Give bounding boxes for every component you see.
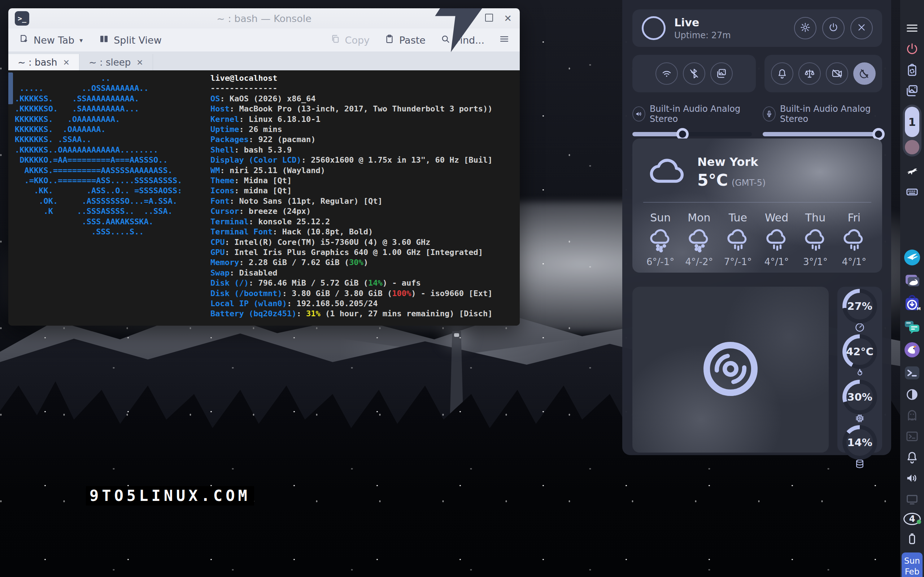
forecast-day: Mon4°/-2° <box>680 209 718 266</box>
rain-cloud-icon <box>802 248 828 255</box>
shutdown-button[interactable] <box>822 17 845 39</box>
tab-bash[interactable]: ~ : bash ✕ <box>8 54 79 71</box>
toggle-photos[interactable] <box>710 62 733 85</box>
clock-line: Sun <box>901 555 922 566</box>
weather-temp: 5°C(GMT-5) <box>697 171 766 189</box>
terminal-view[interactable]: .. ..... ..OSSAAAAAAA.. .KKKKSS. .SSAAAA… <box>8 70 520 326</box>
dock-terminal-outline-button[interactable] <box>903 429 921 443</box>
dock-bell-button[interactable] <box>903 450 921 464</box>
forecast-day-label: Tue <box>719 211 757 224</box>
dock-app-konsole-app[interactable] <box>903 364 921 382</box>
forecast-day: Tue7°/-1° <box>719 209 757 266</box>
split-view-button[interactable]: Split View <box>99 34 162 47</box>
dock-photos-button[interactable] <box>903 84 921 98</box>
system-monitor-card: 27% 42°C 30% 14% <box>837 287 882 453</box>
tab-activity-icon <box>406 8 514 67</box>
forecast-temps: 4°/1° <box>757 256 796 267</box>
forecast-day: Fri4°/1° <box>835 209 874 266</box>
disc-icon <box>695 333 767 406</box>
toggle-bell[interactable] <box>771 62 793 85</box>
gauge-flame: 42°C <box>842 334 877 380</box>
toggle-bluetooth-off[interactable] <box>683 62 705 85</box>
dock-keyboard-button[interactable] <box>903 185 921 199</box>
settings-button[interactable] <box>794 17 816 39</box>
gauge-value: 30% <box>842 380 877 414</box>
snow-cloud-icon <box>648 248 674 255</box>
workspace-other[interactable] <box>905 140 919 154</box>
audio-device-label: Built-in Audio Analog Stereo <box>780 104 882 124</box>
weather-forecast: Sun6°/-1°Mon4°/-2°Tue7°/-1°Wed4°/1°Thu3°… <box>641 209 874 266</box>
paste-icon <box>384 34 395 47</box>
copy-icon <box>330 34 341 47</box>
dock-volume-button[interactable] <box>903 471 921 485</box>
clock[interactable]: SunFeb1520:13 <box>901 553 922 577</box>
gauge-speedometer: 27% <box>842 289 877 334</box>
dock-power-button[interactable] <box>903 42 921 56</box>
toggles-card-2 <box>764 55 882 92</box>
weather-widget[interactable]: New York 5°C(GMT-5) Sun6°/-1°Mon4°/-2°Tu… <box>632 139 882 272</box>
gear-icon <box>800 22 811 34</box>
toggle-wifi[interactable] <box>656 62 678 85</box>
audio-device-label: Built-in Audio Analog Stereo <box>650 104 752 124</box>
new-tab-button[interactable]: New Tab ▾ <box>18 34 82 47</box>
scroll-indicator[interactable] <box>8 73 13 104</box>
volume-slider[interactable] <box>632 132 752 136</box>
gauge-value: 14% <box>842 425 877 460</box>
weather-divider <box>643 202 871 203</box>
audio-device: Built-in Audio Analog Stereo <box>632 104 752 134</box>
dock-contrast-button[interactable] <box>903 387 921 402</box>
forecast-day-label: Wed <box>757 211 796 224</box>
speedometer-icon <box>842 322 877 334</box>
toggles-card-1 <box>632 55 756 92</box>
tab-bar: ~ : bash ✕ ~ : sleep ✕ <box>8 52 520 71</box>
dock-clipboard-button[interactable] <box>903 63 921 77</box>
split-view-icon <box>99 34 109 47</box>
gauge-value: 42°C <box>842 334 877 369</box>
snow-cloud-icon <box>686 248 712 255</box>
weather-timezone: (GMT-5) <box>732 178 766 188</box>
dock-ghost-button[interactable] <box>903 408 921 423</box>
dock-battery-button[interactable] <box>903 532 921 546</box>
rain-cloud-icon <box>725 248 751 255</box>
workspace-current[interactable]: 1 <box>905 107 919 137</box>
ascii-art: .. ..... ..OSSAAAAAAA.. .KKKKSS. .SSAAAA… <box>15 73 182 237</box>
dock-app-kaos-launcher[interactable] <box>903 249 921 266</box>
dock-app-chat[interactable] <box>903 318 921 335</box>
toggle-scale[interactable] <box>798 62 821 85</box>
konsole-icon: >_ <box>15 11 29 26</box>
dock-app-falkon[interactable] <box>903 341 921 358</box>
forecast-day: Wed4°/1° <box>757 209 796 266</box>
dock-app-dolphin[interactable] <box>903 272 921 289</box>
volume-slider[interactable] <box>762 132 882 136</box>
chevron-down-icon[interactable]: ▾ <box>79 36 82 44</box>
desktop: 9TO5LINUX.COM >_ ~ : bash — Konsole − ✕ … <box>0 0 924 577</box>
copy-button[interactable]: Copy <box>330 34 370 47</box>
toggle-video-off[interactable] <box>826 62 848 85</box>
dock-display-button[interactable] <box>903 492 921 506</box>
media-widget[interactable] <box>632 287 829 453</box>
dock-ferret-button[interactable] <box>903 164 921 178</box>
power-icon <box>828 22 839 34</box>
tab-close-icon[interactable]: ✕ <box>63 58 69 67</box>
close-icon <box>856 22 867 34</box>
close-panel-button[interactable] <box>850 17 873 39</box>
weather-city: New York <box>697 155 766 169</box>
forecast-day: Thu3°/1° <box>796 209 835 266</box>
dock: 1M4SunFeb1520:13 <box>900 0 924 577</box>
tab-sleep[interactable]: ~ : sleep ✕ <box>79 54 153 71</box>
watermark: 9TO5LINUX.COM <box>86 486 254 506</box>
avatar <box>642 16 666 40</box>
session-card: Live Uptime: 27m <box>632 10 882 47</box>
forecast-day-label: Mon <box>680 211 718 224</box>
tab-close-icon[interactable]: ✕ <box>136 58 143 67</box>
dock-app-app-store[interactable]: M <box>903 295 921 312</box>
toggle-night-mode[interactable] <box>853 62 876 85</box>
forecast-day-label: Fri <box>835 211 874 224</box>
status-badge[interactable]: 4 <box>903 513 921 525</box>
forecast-temps: 3°/1° <box>796 256 835 267</box>
dock-hamburger-button[interactable] <box>903 21 921 35</box>
lighthouse-lamp <box>454 333 459 337</box>
workspace-switcher[interactable]: 1 <box>903 105 921 156</box>
rain-cloud-icon <box>841 248 867 255</box>
fastfetch-info: live@localhost -------------- OS: KaOS (… <box>210 73 493 319</box>
